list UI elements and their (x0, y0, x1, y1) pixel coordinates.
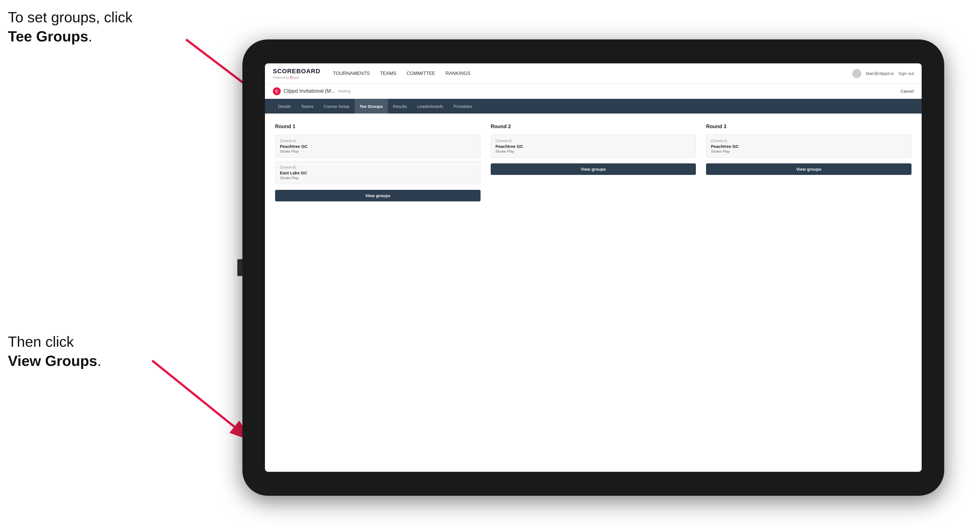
top-nav: SCOREBOARD Powered by clippit TOURNAMENT… (265, 63, 922, 84)
tournament-name: Clippd Invitational (M... (283, 88, 335, 94)
arrow-view-groups (118, 344, 259, 451)
logo-main: SCOREBOARD (273, 68, 320, 75)
round-3-course-a-name: Peachtree GC (711, 144, 907, 149)
round-1-course-a-format: Stroke Play (280, 149, 476, 154)
sub-header: C Clippd Invitational (M... Hosting Canc… (265, 84, 922, 99)
round-2-column: Round 2 (Course A) Peachtree GC Stroke P… (491, 124, 696, 202)
round-2-view-groups-button[interactable]: View groups (491, 163, 696, 175)
nav-rankings[interactable]: RANKINGS (445, 70, 471, 78)
round-3-view-groups-button[interactable]: View groups (706, 163, 912, 175)
round-3-course-a-format: Stroke Play (711, 149, 907, 154)
tablet-frame: SCOREBOARD Powered by clippit TOURNAMENT… (242, 40, 944, 496)
instruction-top-line1: To set groups, click (8, 9, 132, 25)
tab-teams[interactable]: Teams (296, 99, 318, 114)
round-2-title: Round 2 (491, 124, 696, 130)
round-1-course-b-card: (Course B) East Lake GC Stroke Play (275, 161, 480, 184)
round-2-course-a-format: Stroke Play (495, 149, 691, 154)
instruction-bottom-bold: View Groups (8, 352, 97, 369)
tab-results[interactable]: Results (388, 99, 412, 114)
round-1-course-a-card: (Course A) Peachtree GC Stroke Play (275, 135, 480, 158)
nav-links: TOURNAMENTS TEAMS COMMITTEE RANKINGS (333, 70, 852, 78)
instruction-top: To set groups, click Tee Groups. (8, 8, 132, 46)
instruction-top-bold: Tee Groups (8, 28, 88, 44)
tab-printables[interactable]: Printables (449, 99, 477, 114)
logo-area: SCOREBOARD Powered by clippit (273, 68, 320, 79)
round-1-column: Round 1 (Course A) Peachtree GC Stroke P… (275, 124, 480, 202)
instruction-bottom: Then click View Groups. (8, 332, 101, 370)
main-content: Round 1 (Course A) Peachtree GC Stroke P… (265, 114, 922, 472)
tab-tee-groups[interactable]: Tee Groups (355, 99, 388, 114)
round-3-column: Round 3 (Course A) Peachtree GC Stroke P… (706, 124, 912, 202)
tablet-screen: SCOREBOARD Powered by clippit TOURNAMENT… (265, 63, 922, 472)
round-1-course-b-name: East Lake GC (280, 170, 476, 175)
tournament-title-area: C Clippd Invitational (M... Hosting (273, 87, 900, 95)
round-3-course-a-card: (Course A) Peachtree GC Stroke Play (706, 135, 912, 158)
hosting-badge: Hosting (338, 89, 350, 93)
user-avatar (852, 69, 861, 78)
round-1-course-a-label: (Course A) (280, 139, 476, 143)
tab-leaderboards[interactable]: Leaderboards (412, 99, 449, 114)
round-3-course-a-label: (Course A) (711, 139, 907, 143)
round-1-view-groups-button[interactable]: View groups (275, 190, 480, 202)
round-2-course-a-name: Peachtree GC (495, 144, 691, 149)
nav-tournaments[interactable]: TOURNAMENTS (333, 70, 370, 78)
tab-details[interactable]: Details (273, 99, 296, 114)
tab-course-setup[interactable]: Course Setup (318, 99, 355, 114)
nav-right: blair@clippd.io Sign out (852, 69, 914, 78)
round-1-title: Round 1 (275, 124, 480, 130)
tablet-side-button (237, 259, 242, 276)
tournament-icon: C (273, 87, 281, 95)
round-3-title: Round 3 (706, 124, 912, 130)
nav-teams[interactable]: TEAMS (380, 70, 396, 78)
logo-c: c (290, 75, 292, 79)
nav-committee[interactable]: COMMITTEE (406, 70, 435, 78)
rounds-container: Round 1 (Course A) Peachtree GC Stroke P… (275, 124, 912, 202)
user-email: blair@clippd.io (866, 71, 894, 76)
cancel-button[interactable]: Cancel (900, 89, 914, 94)
round-1-course-b-label: (Course B) (280, 165, 476, 169)
round-1-course-b-format: Stroke Play (280, 176, 476, 180)
instruction-bottom-line1: Then click (8, 333, 74, 350)
logo-sub: Powered by clippit (273, 75, 320, 79)
round-2-course-a-label: (Course A) (495, 139, 691, 143)
round-1-course-a-name: Peachtree GC (280, 144, 476, 149)
logo-text: SCOREBOARD (273, 68, 320, 75)
sign-out-link[interactable]: Sign out (898, 71, 914, 76)
round-2-course-a-card: (Course A) Peachtree GC Stroke Play (491, 135, 696, 158)
tab-bar: Details Teams Course Setup Tee Groups Re… (265, 99, 922, 114)
